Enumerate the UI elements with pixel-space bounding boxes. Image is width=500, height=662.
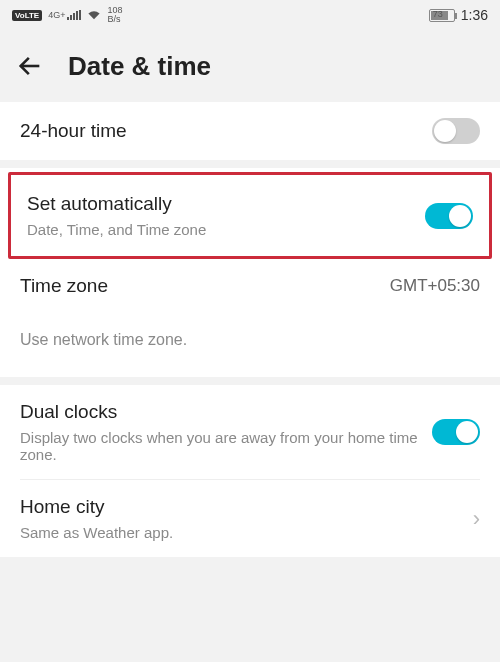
label-time-zone: Time zone bbox=[20, 275, 390, 297]
hint-time-zone: Use network time zone. bbox=[0, 313, 500, 373]
network-indicator: 4G+ bbox=[48, 10, 81, 20]
row-24-hour-time[interactable]: 24-hour time bbox=[0, 102, 500, 160]
network-type: 4G+ bbox=[48, 11, 65, 20]
signal-icon bbox=[67, 10, 81, 20]
row-time-zone[interactable]: Time zone GMT+05:30 bbox=[0, 259, 500, 313]
battery-percent: 73 bbox=[433, 9, 443, 19]
title-bar: Date & time bbox=[0, 30, 500, 102]
sub-home-city: Same as Weather app. bbox=[20, 524, 463, 541]
label-24-hour: 24-hour time bbox=[20, 120, 432, 142]
row-home-city[interactable]: Home city Same as Weather app. › bbox=[0, 480, 500, 557]
battery-icon: 73 bbox=[429, 9, 455, 22]
status-bar: VoLTE 4G+ 108 B/s 73 1:36 bbox=[0, 0, 500, 30]
label-set-automatically: Set automatically bbox=[27, 193, 425, 215]
volte-badge: VoLTE bbox=[12, 10, 42, 21]
label-dual-clocks: Dual clocks bbox=[20, 401, 432, 423]
row-dual-clocks[interactable]: Dual clocks Display two clocks when you … bbox=[0, 385, 500, 479]
chevron-right-icon: › bbox=[473, 506, 480, 532]
toggle-dual-clocks[interactable] bbox=[432, 419, 480, 445]
row-set-automatically[interactable]: Set automatically Date, Time, and Time z… bbox=[11, 175, 489, 256]
wifi-icon bbox=[87, 10, 101, 20]
highlight-set-automatically: Set automatically Date, Time, and Time z… bbox=[8, 172, 492, 259]
network-speed: 108 B/s bbox=[107, 6, 122, 24]
toggle-24-hour[interactable] bbox=[432, 118, 480, 144]
back-icon[interactable] bbox=[16, 52, 44, 80]
label-home-city: Home city bbox=[20, 496, 463, 518]
clock: 1:36 bbox=[461, 7, 488, 23]
page-title: Date & time bbox=[68, 51, 211, 82]
sub-dual-clocks: Display two clocks when you are away fro… bbox=[20, 429, 432, 463]
sub-set-automatically: Date, Time, and Time zone bbox=[27, 221, 425, 238]
value-time-zone: GMT+05:30 bbox=[390, 276, 480, 296]
toggle-set-automatically[interactable] bbox=[425, 203, 473, 229]
